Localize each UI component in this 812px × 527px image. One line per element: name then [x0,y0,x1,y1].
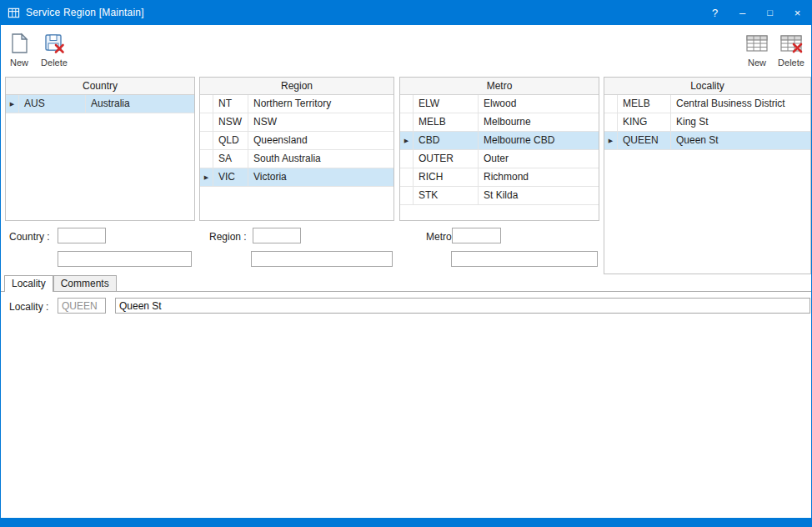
table-row[interactable]: ▶AUSAustralia [6,95,194,113]
row-indicator [604,113,618,131]
metro-code-input[interactable] [452,228,501,243]
minimize-button[interactable]: – [729,0,756,25]
metro-grid: Metro ELWElwoodMELBMelbourne▶CBDMelbourn… [399,77,599,221]
window-controls: ? – □ × [701,0,811,25]
table-row[interactable]: NTNorthern Territory [200,95,393,113]
close-button[interactable]: × [784,0,811,25]
country-label: Country : [9,231,50,243]
code-cell[interactable]: NSW [213,113,248,131]
tab-strip: LocalityComments [1,276,812,292]
name-cell[interactable]: Elwood [479,95,599,113]
toolbar: New Delete [1,25,811,77]
table-row[interactable]: MELBCentral Business District [604,95,810,113]
region-code-input[interactable] [253,228,301,243]
new-table-icon [739,31,775,56]
name-cell[interactable]: NSW [248,113,393,131]
row-indicator [400,168,414,186]
row-indicator [400,150,414,168]
code-cell[interactable]: STK [414,187,479,204]
name-cell[interactable]: South Australia [248,150,393,168]
new-record-button[interactable]: New [1,31,38,68]
row-indicator [400,95,414,113]
delete-record-label: Delete [36,58,73,68]
code-cell[interactable]: NT [213,95,248,113]
delete-table-button[interactable]: Delete [773,31,809,68]
delete-table-icon [773,31,809,56]
name-cell[interactable]: Melbourne [479,113,599,131]
table-row[interactable]: RICHRichmond [400,168,599,187]
code-cell[interactable]: SA [213,150,248,168]
region-grid-body: NTNorthern TerritoryNSWNSWQLDQueenslandS… [200,95,393,187]
row-arrow-icon: ▶ [200,168,213,186]
row-indicator [200,150,213,168]
row-indicator [200,113,213,131]
region-name-input[interactable] [251,251,393,267]
code-cell[interactable]: KING [618,113,671,131]
locality-name-input[interactable] [115,298,810,314]
table-row[interactable]: KINGKing St [604,113,810,132]
name-cell[interactable]: Queensland [248,132,393,149]
code-cell[interactable]: ELW [414,95,479,113]
name-cell[interactable]: Richmond [479,168,599,186]
locality-grid: Locality MELBCentral Business DistrictKI… [604,77,811,274]
tab-locality[interactable]: Locality [4,275,53,292]
name-cell[interactable]: Victoria [248,168,393,186]
name-cell[interactable]: Queen St [671,132,810,149]
code-cell[interactable]: CBD [414,132,479,149]
region-grid-header: Region [200,78,393,95]
code-cell[interactable]: QUEEN [618,132,671,149]
table-row[interactable]: OUTEROuter [400,150,599,168]
name-cell[interactable]: King St [671,113,810,131]
name-cell[interactable]: Central Business District [671,95,810,113]
app-window: Service Region [Maintain] ? – □ × New [0,0,812,527]
tab-comments[interactable]: Comments [53,275,117,291]
table-row[interactable]: ▶CBDMelbourne CBD [400,132,599,150]
region-grid: Region NTNorthern TerritoryNSWNSWQLDQuee… [199,77,394,221]
delete-record-icon [36,31,73,56]
code-cell[interactable]: MELB [618,95,671,113]
delete-record-button[interactable]: Delete [36,31,73,68]
row-arrow-icon: ▶ [400,132,414,149]
name-cell[interactable]: Melbourne CBD [479,132,599,149]
row-indicator [200,95,213,113]
table-app-icon [8,7,20,19]
locality-label: Locality : [9,301,48,313]
locality-code-input[interactable] [58,298,106,314]
name-cell[interactable]: Australia [86,95,194,113]
metro-name-input[interactable] [451,251,598,267]
row-arrow-icon: ▶ [6,95,19,113]
table-row[interactable]: ▶VICVictoria [200,168,393,187]
maximize-button[interactable]: □ [756,0,784,25]
row-arrow-icon: ▶ [604,132,618,149]
titlebar: Service Region [Maintain] ? – □ × [1,0,811,25]
row-indicator [400,187,414,204]
help-button[interactable]: ? [701,0,729,25]
table-row[interactable]: ▶QUEENQueen St [604,132,810,150]
country-code-input[interactable] [58,228,106,243]
table-row[interactable]: MELBMelbourne [400,113,599,132]
code-cell[interactable]: VIC [213,168,248,186]
code-cell[interactable]: QLD [213,132,248,149]
table-row[interactable]: ELWElwood [400,95,599,113]
code-cell[interactable]: RICH [414,168,479,186]
table-row[interactable]: QLDQueensland [200,132,393,150]
new-table-label: New [739,58,775,68]
row-indicator [604,95,618,113]
locality-grid-header: Locality [604,78,810,95]
country-grid-body: ▶AUSAustralia [6,95,194,113]
name-cell[interactable]: Outer [479,150,599,168]
table-row[interactable]: SASouth Australia [200,150,393,168]
row-indicator [200,132,213,149]
table-row[interactable]: STKSt Kilda [400,187,599,205]
new-table-button[interactable]: New [739,31,775,68]
metro-grid-body: ELWElwoodMELBMelbourne▶CBDMelbourne CBDO… [400,95,599,205]
country-name-input[interactable] [58,251,192,267]
code-cell[interactable]: OUTER [414,150,479,168]
table-row[interactable]: NSWNSW [200,113,393,132]
code-cell[interactable]: MELB [414,113,479,131]
new-document-icon [1,31,38,56]
name-cell[interactable]: Northern Territory [248,95,393,113]
name-cell[interactable]: St Kilda [479,187,599,204]
new-record-label: New [1,58,38,68]
code-cell[interactable]: AUS [19,95,86,113]
